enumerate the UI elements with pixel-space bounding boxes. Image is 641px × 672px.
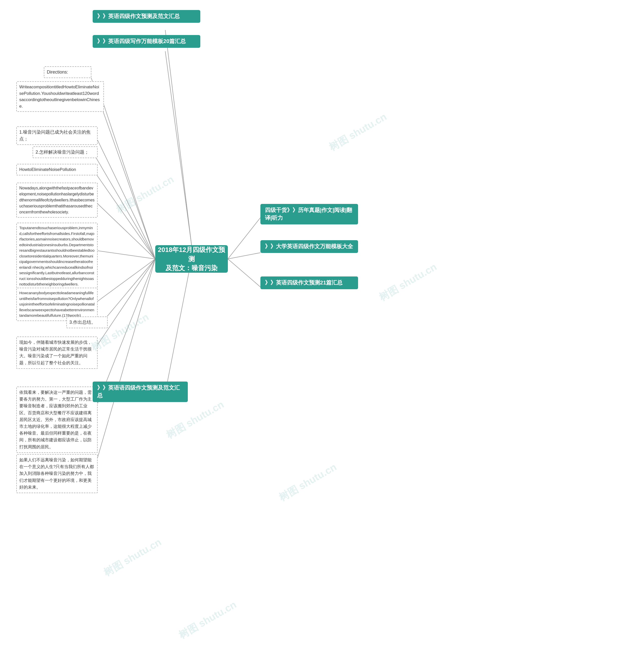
svg-line-16 <box>228 253 260 259</box>
watermark-7: 树图 shutu.cn <box>327 110 390 154</box>
chinese-para1-text: 现如今，伴随着城市快速发展的步伐，噪音污染对城市居民的正常生活干扰很大。噪音污染… <box>19 340 92 365</box>
write-composition-box: WriteacompositiontitledHowtoEliminateNoi… <box>16 81 104 112</box>
para3-box: Howcananybodyexpecttoleadameaningfullife… <box>16 288 98 321</box>
center-label: 2018年12月四级作文预测 及范文：噪音污染 <box>155 245 228 272</box>
para2-box: Toputanendtosuchaseriousproblem,inmymind… <box>16 223 98 290</box>
right-btn-1[interactable]: 四级干货》》历年真题|作文|阅读|翻译|听力 <box>260 204 358 224</box>
para3-text: Howcananybodyexpecttoleadameaningfullife… <box>19 291 95 318</box>
svg-line-5 <box>94 200 155 259</box>
watermark-5: 树图 shutu.cn <box>377 260 439 304</box>
svg-line-7 <box>94 259 155 304</box>
right-btn-2[interactable]: 》》大学英语四级作文万能模板大全 <box>260 240 358 253</box>
top-btn-2[interactable]: 》》英语四级写作万能模板20篇汇总 <box>93 35 200 48</box>
point2-box: 2.怎样解决噪音污染问题； <box>32 146 98 158</box>
para1-text: Nowadays,alongwiththefastpaceofbandevelo… <box>19 186 95 214</box>
point1-box: 1.噪音污染问题已成为社会关注的焦点； <box>16 126 98 145</box>
directions-box: Directions: <box>44 66 91 78</box>
chinese-para1-box: 现如今，伴随着城市快速发展的步伐，噪音污染对城市居民的正常生活干扰很大。噪音污染… <box>16 336 98 369</box>
svg-line-14 <box>165 259 192 393</box>
write-composition-text: WriteacompositiontitledHowtoEliminateNoi… <box>19 85 100 109</box>
svg-line-8 <box>104 259 155 320</box>
svg-line-17 <box>228 259 260 287</box>
para2-text: Toputanendtosuchaseriousproblem,inmymind… <box>19 226 94 286</box>
svg-line-3 <box>93 152 155 259</box>
svg-line-1 <box>101 98 155 259</box>
watermark-3: 树图 shutu.cn <box>114 172 177 217</box>
svg-line-12 <box>165 30 192 245</box>
watermark-2: 树图 shutu.cn <box>164 397 227 442</box>
top-btn-1[interactable]: 》》英语四级作文预测及范文汇总 <box>93 10 200 23</box>
chinese-para3-box: 如果人们不远离噪音污染，如何期望能在一个意义的人生?只有当我们所有人都加入到消除… <box>16 454 98 493</box>
point2-text: 2.怎样解决噪音污染问题； <box>36 150 89 155</box>
chinese-para2-text: 依我看来，要解决这一严重的问题，需要各方的努力。第一，大型工厂作为主要噪音制造者… <box>19 390 92 449</box>
svg-line-4 <box>94 171 155 259</box>
mid-btn-1-label: 》》英语语四级作文预测及范文汇总 <box>97 384 180 398</box>
watermark-6: 树图 shutu.cn <box>276 460 339 504</box>
svg-line-2 <box>94 132 155 259</box>
svg-line-15 <box>228 218 260 259</box>
right-btn-2-label: 》》大学英语四级作文万能模板大全 <box>265 243 353 249</box>
svg-line-11 <box>94 259 155 470</box>
svg-line-9 <box>94 259 155 350</box>
point3-box: 3.作出总结。 <box>66 317 108 328</box>
chinese-para2-box: 依我看来，要解决这一严重的问题，需要各方的努力。第一，大型工厂作为主要噪音制造者… <box>16 387 98 453</box>
directions-label: Directions: <box>47 70 68 74</box>
title-text: HowtoEliminateNoisePollution <box>19 167 76 172</box>
top-btn-2-label: 》》英语四级写作万能模板20篇汇总 <box>97 38 186 44</box>
right-btn-3-label: 》》英语四级作文预测21篇汇总 <box>265 279 342 286</box>
point3-text: 3.作出总结。 <box>69 320 96 325</box>
watermark-8: 树图 shutu.cn <box>176 598 239 642</box>
right-btn-3[interactable]: 》》英语四级作文预测21篇汇总 <box>260 277 358 289</box>
title-box: HowtoEliminateNoisePollution <box>16 164 98 176</box>
top-btn-1-label: 》》英语四级作文预测及范文汇总 <box>97 13 180 19</box>
chinese-para3-text: 如果人们不远离噪音污染，如何期望能在一个意义的人生?只有当我们所有人都加入到消除… <box>19 458 94 490</box>
svg-line-6 <box>94 250 155 259</box>
right-btn-1-label: 四级干货》》历年真题|作文|阅读|翻译|听力 <box>265 207 352 221</box>
para1-box: Nowadays,alongwiththefastpaceofbandevelo… <box>16 183 98 218</box>
point1-text: 1.噪音污染问题已成为社会关注的焦点； <box>19 130 91 141</box>
mid-btn-1[interactable]: 》》英语语四级作文预测及范文汇总 <box>93 381 188 402</box>
center-node: 2018年12月四级作文预测 及范文：噪音污染 <box>155 245 228 273</box>
svg-line-13 <box>165 51 192 245</box>
watermark-4: 树图 shutu.cn <box>101 535 164 579</box>
